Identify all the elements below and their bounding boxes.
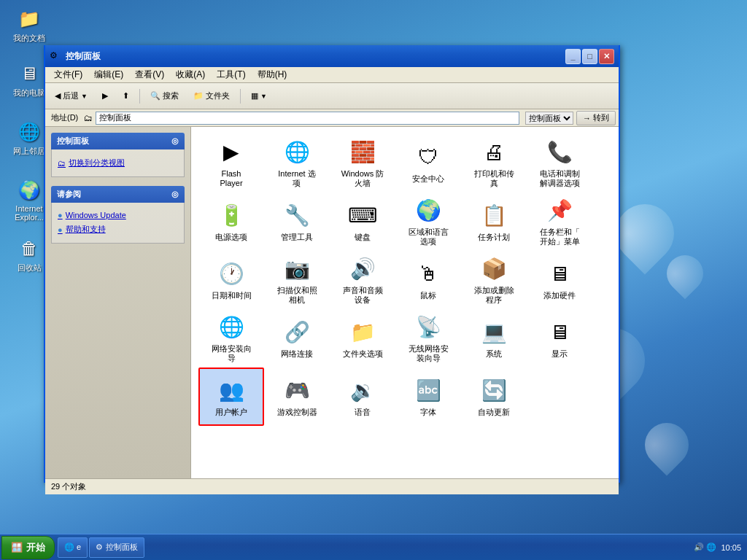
scheduled-tasks-icon: 📋: [479, 201, 508, 230]
wireless-label: 无线网络安装向导: [409, 344, 449, 363]
user-accounts-icon: 👥: [217, 376, 246, 405]
cp-icon-network-setup[interactable]: 🌐网络安装向导: [198, 309, 264, 368]
cp-icon-fonts[interactable]: 🔤字体: [395, 368, 461, 426]
taskbar-start-label: 任务栏和「开始」菜单: [540, 228, 580, 246]
cp-icon-auto-update[interactable]: 🔄自动更新: [461, 368, 527, 426]
forward-button[interactable]: ▶: [96, 86, 115, 106]
menu-edit[interactable]: 编辑(E): [88, 67, 129, 82]
cp-icon-regional[interactable]: 🌍区域和语言选项: [395, 192, 461, 251]
cp-icon-network-connections[interactable]: 🔗网络连接: [264, 309, 330, 368]
address-input[interactable]: 控制面板: [96, 112, 519, 125]
ie-icon: 🌍: [18, 179, 41, 202]
my-computer-label: 我的电脑: [13, 88, 45, 98]
cp-icon-keyboard[interactable]: ⌨键盘: [330, 192, 395, 251]
system-label: 系统: [486, 349, 502, 359]
taskbar-item-ie[interactable]: 🌐 e: [58, 537, 88, 558]
menu-favorites[interactable]: 收藏(A): [170, 67, 211, 82]
menu-file[interactable]: 文件(F): [48, 67, 88, 82]
my-docs-label: 我的文档: [13, 33, 45, 44]
sidebar-link-windows-update[interactable]: ● Windows Update: [58, 209, 178, 222]
cp-icon-security-center[interactable]: 🛡安全中心: [395, 134, 461, 192]
window-title: 控制面板: [66, 50, 565, 63]
cp-icon-taskbar-start[interactable]: 📌任务栏和「开始」菜单: [527, 192, 592, 251]
cp-icon-internet-options[interactable]: 🌐Internet 选项: [264, 134, 330, 192]
regional-label: 区域和语言选项: [409, 228, 449, 246]
security-center-label: 安全中心: [412, 174, 444, 184]
cp-icon-folder-options[interactable]: 📁文件夹选项: [330, 309, 395, 368]
menu-view[interactable]: 查看(V): [129, 67, 170, 82]
flash-label: FlashPlayer: [220, 169, 242, 188]
cp-icon-phone-modem[interactable]: 📞电话和调制解调器选项: [527, 134, 592, 192]
system-icon: 💻: [479, 317, 508, 346]
sidebar-see-also-title: 请参阅: [57, 189, 81, 200]
cp-icon-power[interactable]: 🔋电源选项: [198, 192, 264, 251]
scanners-label: 扫描仪和照相机: [277, 286, 317, 305]
close-button[interactable]: ✕: [599, 49, 614, 64]
windows-update-icon: ●: [58, 211, 63, 219]
views-icon: ▦: [251, 91, 258, 101]
fonts-icon: 🔤: [414, 376, 443, 405]
cp-icon-mouse[interactable]: 🖱鼠标: [395, 251, 461, 309]
cp-icon-game-controllers[interactable]: 🎮游戏控制器: [264, 368, 330, 426]
add-hardware-label: 添加硬件: [543, 291, 576, 300]
sidebar-see-also-header[interactable]: 请参阅 ◎: [51, 186, 185, 203]
go-button[interactable]: → 转到: [576, 111, 616, 125]
internet-options-icon: 🌐: [282, 139, 311, 166]
auto-update-label: 自动更新: [478, 408, 510, 417]
sidebar-link-help-support[interactable]: ● 帮助和支持: [58, 222, 178, 237]
folders-button[interactable]: 📁 文件夹: [187, 86, 236, 106]
search-button[interactable]: 🔍 搜索: [144, 86, 185, 106]
admin-tools-label: 管理工具: [281, 233, 313, 242]
cp-icon-datetime[interactable]: 🕐日期和时间: [198, 251, 264, 309]
sidebar-panel-header[interactable]: 控制面板 ◎: [51, 133, 185, 149]
maximize-button[interactable]: □: [582, 49, 597, 64]
cp-icon-scheduled-tasks[interactable]: 📋任务计划: [461, 192, 527, 251]
address-label: 地址(D): [48, 112, 81, 123]
regional-icon: 🌍: [414, 197, 443, 225]
desktop-icon-my-docs[interactable]: 📁 我的文档: [7, 7, 51, 44]
network-icon: 🌐: [18, 120, 41, 144]
minimize-button[interactable]: _: [565, 49, 581, 64]
menu-help[interactable]: 帮助(H): [252, 67, 293, 82]
taskbar-items: 🌐 e ⚙ 控制面板: [55, 537, 688, 558]
speech-label: 语音: [355, 408, 371, 417]
taskbar-start-icon: 📌: [545, 197, 574, 225]
cp-icon-system[interactable]: 💻系统: [461, 309, 527, 368]
taskbar-item-control-panel[interactable]: ⚙ 控制面板: [89, 537, 144, 558]
cp-icon-windows-firewall[interactable]: 🧱Windows 防火墙: [330, 134, 395, 192]
address-folder-icon: 🗂: [84, 113, 93, 123]
cp-icon-flash[interactable]: ▶FlashPlayer: [198, 134, 264, 192]
sidebar-link-category-view[interactable]: 🗂 切换到分类视图: [58, 155, 178, 171]
cp-icon-printers[interactable]: 🖨打印机和传真: [461, 134, 527, 192]
sidebar-panel-title: 控制面板: [57, 136, 89, 147]
cp-icon-sounds[interactable]: 🔊声音和音频设备: [330, 251, 395, 309]
start-label: 开始: [26, 541, 45, 554]
content-area: ▶FlashPlayer🌐Internet 选项🧱Windows 防火墙🛡安全中…: [191, 127, 619, 478]
cp-icon-user-accounts[interactable]: 👥用户帐户: [198, 368, 264, 426]
menu-tools[interactable]: 工具(T): [211, 67, 251, 82]
cp-icon-display[interactable]: 🖥显示: [527, 309, 592, 368]
folders-icon: 📁: [193, 91, 204, 101]
add-remove-label: 添加或删除程序: [474, 286, 514, 305]
cp-icon-speech[interactable]: 🔉语音: [330, 368, 395, 426]
tray-icons: 🔊 🌐: [694, 542, 716, 552]
printers-label: 打印机和传真: [474, 169, 514, 188]
cp-icon-add-remove[interactable]: 📦添加或删除程序: [461, 251, 527, 309]
cp-icon-admin-tools[interactable]: 🔧管理工具: [264, 192, 330, 251]
address-dropdown[interactable]: 控制面板: [525, 112, 573, 125]
start-button[interactable]: 🪟 开始: [1, 536, 55, 559]
back-button[interactable]: ◀ 后退 ▼: [48, 86, 94, 106]
icons-grid: ▶FlashPlayer🌐Internet 选项🧱Windows 防火墙🛡安全中…: [198, 134, 611, 426]
up-button[interactable]: ⬆: [116, 86, 136, 106]
views-button[interactable]: ▦ ▼: [244, 86, 274, 106]
phone-modem-label: 电话和调制解调器选项: [540, 169, 580, 188]
datetime-label: 日期和时间: [212, 291, 252, 300]
titlebar-buttons: _ □ ✕: [565, 49, 614, 64]
cp-icon-wireless[interactable]: 📡无线网络安装向导: [395, 309, 461, 368]
speech-icon: 🔉: [348, 376, 377, 405]
cp-icon-add-hardware[interactable]: 🖥添加硬件: [527, 251, 592, 309]
network-connections-icon: 🔗: [282, 317, 311, 346]
cp-icon-scanners[interactable]: 📷扫描仪和照相机: [264, 251, 330, 309]
folder-options-icon: 📁: [348, 317, 377, 346]
recycle-label: 回收站: [18, 262, 42, 273]
